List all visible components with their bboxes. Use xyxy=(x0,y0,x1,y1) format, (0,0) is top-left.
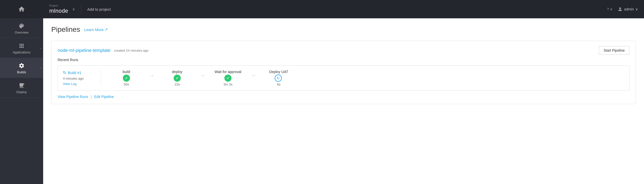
topbar: Project mlnode ∨ Add to project ? ∨ admi… xyxy=(43,0,644,18)
project-info: Project mlnode xyxy=(49,4,68,14)
stage-deploy-name: deploy xyxy=(172,70,182,74)
stage-deploy-bar-left xyxy=(157,77,174,79)
stage-approval-duration: 3m 3s xyxy=(223,82,232,86)
stage-build: build ✓ 50s xyxy=(106,70,147,86)
run-time: 4 minutes ago xyxy=(63,77,96,80)
stage-approval-bar-right xyxy=(232,77,248,79)
stage-approval-circle: ✓ xyxy=(224,75,232,82)
stage-deploy: deploy ✓ 23s xyxy=(157,70,197,86)
help-icon: ? xyxy=(607,7,609,11)
arrow-2: → xyxy=(197,73,208,83)
stage-deploy-bar: ✓ xyxy=(157,75,197,81)
add-to-project-button[interactable]: Add to project xyxy=(87,7,111,11)
footer-separator: | xyxy=(91,95,92,99)
run-title-label: Build #1 xyxy=(68,70,81,75)
sidebar-item-applications-label: Applications xyxy=(13,50,30,54)
stage-build-duration: 50s xyxy=(124,82,129,86)
help-menu[interactable]: ? ∨ xyxy=(607,7,613,11)
applications-arrow: › xyxy=(40,47,41,50)
pipeline-section: node-ml-pipeline-template created 24 min… xyxy=(51,41,636,104)
stage-approval-bar: ✓ xyxy=(208,75,248,81)
deploy-icon xyxy=(19,82,25,89)
home-button[interactable] xyxy=(0,0,43,18)
sidebar-item-builds-label: Builds xyxy=(17,70,26,74)
sidebar-item-builds[interactable]: Builds › xyxy=(0,58,43,78)
project-dropdown[interactable]: ∨ xyxy=(72,7,75,11)
recycle-icon: ↻ xyxy=(63,70,66,75)
stage-uat-bar-right xyxy=(282,77,299,79)
check-icon-deploy: ✓ xyxy=(176,76,179,80)
topbar-divider xyxy=(81,4,81,14)
pipeline-header: node-ml-pipeline-template created 24 min… xyxy=(58,46,630,55)
builds-icon xyxy=(19,63,25,69)
home-icon xyxy=(18,6,25,13)
sidebar-item-applications[interactable]: Applications › xyxy=(0,38,43,58)
stage-uat-bar-left xyxy=(258,77,275,79)
main-area: Project mlnode ∨ Add to project ? ∨ admi… xyxy=(43,0,644,184)
user-dropdown-icon: ∨ xyxy=(635,7,638,11)
stage-uat-name: Deploy UAT xyxy=(269,70,288,74)
view-pipeline-runs-link[interactable]: View Pipeline Runs xyxy=(58,95,88,99)
pipeline-run: ↻ Build #1 4 minutes ago View Log build xyxy=(58,65,630,91)
pipeline-footer: View Pipeline Runs | Edit Pipeline xyxy=(58,95,630,99)
stage-uat-bar: ↻ xyxy=(258,75,299,81)
stage-build-bar: ✓ xyxy=(106,75,147,81)
page-header: Pipelines Learn More ↗ xyxy=(51,25,636,34)
stages-container: build ✓ 50s → deploy xyxy=(101,70,624,86)
stage-build-bar-left xyxy=(106,77,123,79)
stage-approval-bar-left xyxy=(208,77,224,79)
edit-pipeline-link[interactable]: Edit Pipeline xyxy=(94,95,114,99)
user-icon xyxy=(618,7,623,12)
stage-deploy-bar-right xyxy=(181,77,197,79)
stage-deploy-circle: ✓ xyxy=(174,75,181,82)
stage-build-name: build xyxy=(123,70,130,74)
palette-icon xyxy=(19,23,25,29)
stage-approval-name: Wait for approval xyxy=(214,70,241,74)
help-dropdown-icon: ∨ xyxy=(610,7,613,11)
start-pipeline-button[interactable]: Start Pipeline xyxy=(599,46,630,55)
sidebar-item-deploy-label: Deploy xyxy=(16,90,27,94)
pipeline-meta: created 24 minutes ago xyxy=(114,49,148,52)
sidebar-item-overview-label: Overview xyxy=(15,31,28,34)
sidebar: Overview Applications › Builds › Deploy xyxy=(0,0,43,184)
user-menu[interactable]: admin ∨ xyxy=(618,7,638,12)
page-title: Pipelines xyxy=(51,25,80,34)
user-label: admin xyxy=(624,7,634,11)
arrow-3: → xyxy=(248,73,258,83)
arrow-1: → xyxy=(147,73,157,83)
check-icon-build: ✓ xyxy=(125,76,128,80)
recent-runs-label: Recent Runs xyxy=(58,58,630,62)
apps-icon xyxy=(19,43,25,49)
builds-arrow: › xyxy=(40,66,41,69)
view-log-link[interactable]: View Log xyxy=(63,82,96,86)
learn-more-label: Learn More xyxy=(84,27,104,32)
content-area: Pipelines Learn More ↗ node-ml-pipeline-… xyxy=(43,18,644,184)
learn-more-link[interactable]: Learn More ↗ xyxy=(84,27,108,32)
stage-approval: Wait for approval ✓ 3m 3s xyxy=(208,70,248,86)
stage-uat-duration: 6s xyxy=(277,82,280,86)
stage-uat-circle: ↻ xyxy=(275,75,282,82)
external-link-icon: ↗ xyxy=(105,27,108,32)
pipeline-name-link[interactable]: node-ml-pipeline-template xyxy=(58,48,110,53)
run-title[interactable]: ↻ Build #1 xyxy=(63,70,96,75)
sidebar-item-deploy[interactable]: Deploy xyxy=(0,78,43,98)
spin-icon-uat: ↻ xyxy=(277,76,280,80)
stage-deploy-duration: 23s xyxy=(175,82,180,86)
stage-build-circle: ✓ xyxy=(123,75,130,82)
pipeline-name-row: node-ml-pipeline-template created 24 min… xyxy=(58,48,148,53)
project-label: Project xyxy=(49,4,68,7)
sidebar-item-overview[interactable]: Overview xyxy=(0,18,43,38)
project-name: mlnode xyxy=(49,8,68,14)
check-icon-approval: ✓ xyxy=(226,76,229,80)
stage-uat: Deploy UAT ↻ 6s xyxy=(258,70,299,86)
stage-build-bar-right xyxy=(130,77,147,79)
run-info: ↻ Build #1 4 minutes ago View Log xyxy=(63,70,101,86)
